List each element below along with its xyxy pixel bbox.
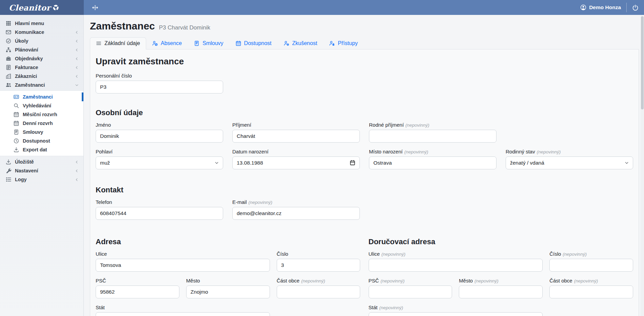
chevron-left-icon bbox=[75, 30, 79, 34]
tab-pristupy[interactable]: Přístupy bbox=[323, 37, 364, 49]
submenu-item-mesicni-rozvrh[interactable]: Měsíční rozvrh bbox=[0, 110, 83, 119]
first-name-input[interactable] bbox=[96, 130, 223, 143]
sidebar-item-planovani[interactable]: Plánování bbox=[0, 45, 83, 54]
page-title: Zaměstnanec bbox=[90, 20, 155, 32]
tab-panel-zakladni-udaje: Upravit zaměstnance Personální číslo Oso… bbox=[90, 49, 639, 316]
personal-number-field: Personální číslo bbox=[96, 73, 223, 93]
delivery-number-field: Číslo(nepovinný) bbox=[549, 251, 633, 272]
birth-name-field: Rodné příjmení(nepovinný) bbox=[369, 122, 496, 143]
user-menu[interactable]: Demo Honza bbox=[580, 4, 621, 10]
sidebar-item-zakaznici[interactable]: Zákazníci bbox=[0, 72, 83, 81]
sidebar-item-zamestnanci[interactable]: Zaměstnanci bbox=[0, 81, 83, 89]
delivery-street-field: Ulice(nepovinný) bbox=[369, 251, 543, 272]
chevron-left-icon bbox=[75, 75, 79, 78]
sidebar-item-uloziste[interactable]: Úložiště bbox=[0, 157, 83, 166]
delivery-street-input[interactable] bbox=[369, 259, 543, 272]
marital-status-select[interactable]: ženatý / vdaná bbox=[506, 156, 633, 169]
submenu-item-denni-rozvrh[interactable]: Denní rozvrh bbox=[0, 119, 83, 128]
topbar-main: Demo Honza bbox=[84, 0, 644, 15]
building-icon bbox=[6, 73, 11, 79]
birth-date-field: Datum narození 13.08.1988 bbox=[232, 149, 360, 169]
tab-absence[interactable]: Absence bbox=[146, 37, 188, 49]
section-heading-personal: Osobní údaje bbox=[96, 108, 633, 117]
delivery-district-field: Část obce(nepovinný) bbox=[549, 278, 633, 298]
delivery-number-input[interactable] bbox=[549, 259, 633, 272]
sidebar-item-logy[interactable]: Logy bbox=[0, 175, 83, 184]
submenu-item-zamestnanci[interactable]: Zaměstnanci bbox=[0, 92, 83, 101]
sidebar-item-objednavky[interactable]: Objednávky bbox=[0, 54, 83, 63]
address-zip-field: PSČ bbox=[96, 278, 179, 298]
chevron-down-icon bbox=[625, 161, 629, 165]
delivery-zip-input[interactable] bbox=[369, 286, 452, 298]
person-gear-icon bbox=[284, 41, 289, 46]
last-name-input[interactable] bbox=[232, 130, 360, 143]
chevron-left-icon bbox=[75, 39, 79, 43]
birth-date-input[interactable]: 13.08.1988 bbox=[232, 156, 360, 169]
submenu-item-export-dat[interactable]: Export dat bbox=[0, 145, 83, 154]
calendar-picker-icon[interactable] bbox=[350, 160, 355, 166]
address-city-field: Město bbox=[186, 278, 270, 298]
chevron-left-icon bbox=[75, 169, 79, 173]
app-logo[interactable]: Cleanitor bbox=[0, 0, 84, 15]
form-heading: Upravit zaměstnance bbox=[96, 56, 633, 67]
sitemap-icon bbox=[6, 47, 11, 52]
submenu-item-smlouvy[interactable]: Smlouvy bbox=[0, 128, 83, 136]
gender-field: Pohlaví muž bbox=[96, 149, 223, 169]
file-icon bbox=[194, 41, 199, 46]
first-name-field: Jméno bbox=[96, 122, 223, 143]
phone-input[interactable] bbox=[96, 207, 223, 220]
search-icon bbox=[14, 103, 19, 108]
address-zip-input[interactable] bbox=[96, 286, 179, 298]
sidebar-item-komunikace[interactable]: Komunikace bbox=[0, 28, 83, 37]
personal-number-input[interactable] bbox=[96, 81, 223, 93]
sidebar-item-nastaveni[interactable]: Nastavení bbox=[0, 166, 83, 175]
email-input[interactable] bbox=[232, 207, 360, 220]
page-subtitle: P3 Charvát Dominik bbox=[159, 24, 210, 31]
clock-icon bbox=[14, 138, 19, 144]
scrollbar-thumb[interactable] bbox=[641, 16, 644, 109]
tab-smlouvy[interactable]: Smlouvy bbox=[188, 37, 229, 49]
power-icon bbox=[632, 4, 639, 11]
id-card-icon bbox=[14, 94, 19, 100]
envelope-icon bbox=[6, 29, 11, 35]
person-circle-icon bbox=[580, 4, 586, 10]
address-section: Adresa Ulice Číslo PSČ Měst bbox=[96, 237, 360, 316]
sidebar: Hlavní menu Komunikace Úkoly Plánování O… bbox=[0, 15, 84, 316]
scrollbar-track[interactable] bbox=[641, 15, 644, 316]
delivery-address-section: Doručovací adresa Ulice(nepovinný) Číslo… bbox=[369, 237, 633, 316]
submenu-item-vyhledavani[interactable]: Vyhledávání bbox=[0, 101, 83, 110]
chevron-down-icon bbox=[215, 161, 219, 165]
user-name: Demo Honza bbox=[589, 4, 621, 10]
delivery-city-field: Město(nepovinný) bbox=[459, 278, 543, 298]
address-district-field: Část obce(nepovinný) bbox=[277, 278, 360, 298]
sidebar-item-fakturace[interactable]: Fakturace bbox=[0, 63, 83, 72]
address-number-input[interactable] bbox=[277, 259, 360, 272]
delivery-state-select[interactable] bbox=[369, 312, 543, 316]
app-logo-text: Cleanitor bbox=[9, 3, 51, 12]
address-state-field: Stát bbox=[96, 304, 270, 316]
delivery-district-input[interactable] bbox=[549, 286, 633, 298]
address-district-input[interactable] bbox=[277, 286, 360, 298]
chevron-left-icon bbox=[75, 66, 79, 69]
birth-place-input[interactable] bbox=[369, 156, 496, 169]
tab-bar: Základní údaje Absence Smlouvy Dostupnos… bbox=[90, 37, 639, 49]
tab-zakladni-udaje[interactable]: Základní údaje bbox=[90, 37, 146, 49]
tab-dostupnost[interactable]: Dostupnost bbox=[230, 37, 278, 49]
download-icon bbox=[14, 147, 19, 152]
address-state-select[interactable] bbox=[96, 312, 270, 316]
logout-button[interactable] bbox=[632, 4, 639, 11]
birth-name-input[interactable] bbox=[369, 130, 496, 143]
sidebar-resize-button[interactable] bbox=[92, 4, 98, 11]
tab-zkusenost[interactable]: Zkušenost bbox=[278, 37, 324, 49]
chevron-left-icon bbox=[75, 48, 79, 52]
submenu-item-dostupnost[interactable]: Dostupnost bbox=[0, 136, 83, 145]
address-street-input[interactable] bbox=[96, 259, 270, 272]
gender-select[interactable]: muž bbox=[96, 156, 223, 169]
sidebar-item-ukoly[interactable]: Úkoly bbox=[0, 37, 83, 45]
grid-icon bbox=[6, 21, 11, 26]
sidebar-item-hlavni-menu[interactable]: Hlavní menu bbox=[0, 19, 83, 28]
address-city-input[interactable] bbox=[186, 286, 270, 298]
delivery-state-field: Stát(nepovinný) bbox=[369, 304, 543, 316]
page-header: Zaměstnanec P3 Charvát Dominik bbox=[90, 20, 639, 32]
delivery-city-input[interactable] bbox=[459, 286, 543, 298]
